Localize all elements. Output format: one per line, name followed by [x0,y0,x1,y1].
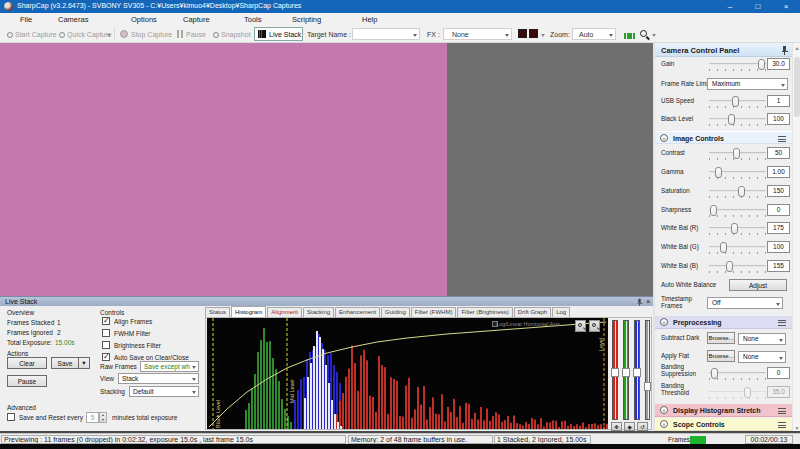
pin-icon[interactable] [781,46,788,54]
white-bal-g-slider-thumb[interactable] [720,242,727,253]
black-level-slider-thumb[interactable] [728,114,735,125]
display-histogram-stretch-header-chevron-icon[interactable]: ˅ [660,406,668,414]
live-stack-pin-icon[interactable] [637,299,643,305]
fwhm-filter-checkbox[interactable] [102,329,110,337]
red-level-handle[interactable] [611,368,619,377]
stop-capture-button[interactable]: Stop Capture [131,31,172,38]
minimize-button[interactable]: – [716,0,744,13]
magnifier-icon[interactable] [640,30,647,37]
scope-controls-header-chevron-icon[interactable]: ˅ [660,420,668,428]
contrast-slider-thumb[interactable] [733,148,740,159]
preprocessing-header-menu-icon[interactable] [778,320,786,326]
quick-capture-dropdown-icon[interactable] [107,34,111,37]
gain-value[interactable]: 30.0 [767,58,790,70]
blue-level-handle[interactable] [633,368,641,377]
display-histogram-stretch-header-menu-icon[interactable] [778,408,786,414]
menu-help[interactable]: Help [362,15,377,24]
menu-capture[interactable]: Capture [183,15,210,24]
display-histogram-stretch-header[interactable]: ˅ Display Histogram Stretch [655,404,792,417]
quick-capture-button[interactable]: Quick Capture [67,31,112,38]
banding-suppression-value[interactable]: 0 [767,367,790,379]
camera-preview-image[interactable] [0,43,447,296]
white-bal-g-value[interactable]: 100 [767,241,790,253]
stacking-select[interactable]: Default [129,386,199,397]
close-button[interactable]: × [772,0,800,13]
apply-flat-browse-button[interactable]: Browse... [707,350,735,362]
scrollbar-up-icon[interactable]: ▲ [794,45,800,51]
saturation-slider-thumb[interactable] [738,186,745,197]
usb-speed-slider-thumb[interactable] [732,96,739,107]
white-bal-b-value[interactable]: 155 [767,260,790,272]
image-controls-header-chevron-icon[interactable]: ˄ [660,134,668,142]
sharpness-value[interactable]: 0 [767,204,790,216]
save-reset-checkbox[interactable] [7,413,15,421]
banding-suppression-slider[interactable] [709,372,766,374]
magnifier-dropdown-icon[interactable] [652,34,656,37]
histogram-plot[interactable]: Black Level Mid Level Level Log/Linear H… [207,318,608,429]
scope-controls-header[interactable]: ˅ Scope Controls [655,418,792,431]
save-button[interactable]: Save [51,357,79,369]
white-bal-g-slider[interactable] [709,246,766,248]
fx-select[interactable]: None [443,28,512,40]
camera-control-panel-header[interactable]: Camera Control Panel [655,43,792,57]
saturation-value[interactable]: 150 [767,185,790,197]
swatch-dropdown-icon[interactable] [541,34,545,37]
menu-file[interactable]: File [20,15,32,24]
subtract-dark-browse-button[interactable]: Browse... [707,332,735,344]
histogram-tool-icon[interactable] [623,28,635,39]
pause-stack-button[interactable]: Pause [7,375,47,387]
align-frames-checkbox[interactable]: ✓ [102,317,110,325]
scrollbar-thumb[interactable] [794,57,800,117]
banding-threshold-slider[interactable] [709,391,766,393]
target-name-input[interactable] [352,28,420,40]
levels-auto-button[interactable]: ◆ [624,422,635,431]
live-stack-button[interactable]: Live Stack [254,27,303,41]
white-bal-b-slider-thumb[interactable] [726,261,733,272]
banding-threshold-slider-thumb[interactable] [744,387,751,398]
gray-level-slider[interactable] [645,320,650,420]
apply-flat-select[interactable]: None [738,351,786,363]
sharpness-slider-thumb[interactable] [710,205,717,216]
subtract-dark-select[interactable]: None [738,333,786,345]
histogram-zoom-out-button[interactable] [589,320,600,332]
menu-cameras[interactable]: Cameras [58,15,88,24]
white-bal-r-slider-thumb[interactable] [731,223,738,234]
black-level-value[interactable]: 100 [767,113,790,125]
gray-level-handle[interactable] [644,382,651,391]
preprocessing-header[interactable]: ˄ Preprocessing [655,316,792,329]
levels-reset-button[interactable]: ✥ [611,422,622,431]
gain-slider[interactable] [709,63,766,65]
black-level-slider[interactable] [709,118,766,120]
snapshot-button[interactable]: Snapshot [221,31,251,38]
image-controls-header[interactable]: ˄ Image Controls [655,131,792,144]
live-stack-close-icon[interactable]: × [646,297,650,306]
sharpness-slider[interactable] [709,209,766,211]
gain-slider-thumb[interactable] [758,59,765,70]
interval-stepper[interactable]: ▲▼ [99,412,107,423]
start-capture-button[interactable]: Start Capture [15,31,57,38]
menu-options[interactable]: Options [131,15,157,24]
clear-button[interactable]: Clear [7,357,47,369]
histogram-zoom-in-button[interactable] [575,320,586,332]
color-swatch-1[interactable] [518,29,527,38]
menu-tools[interactable]: Tools [244,15,262,24]
zoom-select[interactable]: Auto [572,28,616,40]
raw-frames-select[interactable]: Save except wh [140,361,199,372]
gamma-value[interactable]: 1.00 [767,166,790,178]
menu-scripting[interactable]: Scripting [292,15,321,24]
white-bal-b-slider[interactable] [709,265,766,267]
camera-panel-scrollbar[interactable]: ▲ ▼ [792,43,800,433]
frame-rate-limit-select[interactable]: Maximum [707,78,788,90]
green-level-handle[interactable] [622,368,630,377]
timestamp-frames-select[interactable]: Off [707,297,783,309]
view-select[interactable]: Stack [118,373,199,384]
interval-input[interactable]: 5 [86,412,99,423]
preprocessing-header-chevron-icon[interactable]: ˄ [660,318,668,326]
image-controls-header-menu-icon[interactable] [778,136,786,142]
save-dropdown-button[interactable]: ▾ [78,357,90,369]
pause-button[interactable]: Pause [186,31,206,38]
banding-suppression-slider-thumb[interactable] [711,368,718,379]
scope-controls-header-menu-icon[interactable] [778,422,786,428]
color-swatch-2[interactable] [529,29,538,38]
contrast-value[interactable]: 50 [767,147,790,159]
